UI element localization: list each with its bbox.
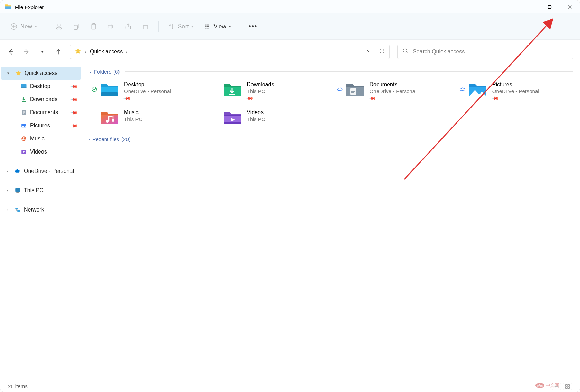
navigation-pane[interactable]: ▾ Quick access Desktop 📌 Downloads 📌 bbox=[0, 64, 82, 381]
tree-onedrive[interactable]: › OneDrive - Personal bbox=[0, 165, 82, 178]
forward-button[interactable] bbox=[22, 48, 31, 56]
share-icon bbox=[124, 23, 132, 30]
folder-location: OneDrive - Personal bbox=[492, 88, 539, 94]
watermark: php 中文网 bbox=[535, 382, 559, 389]
pin-icon: 📌 bbox=[246, 94, 254, 102]
separator bbox=[46, 21, 46, 32]
folder-documents[interactable]: Documents OneDrive - Personal 📌 bbox=[334, 79, 450, 103]
cloud-sync-icon bbox=[459, 86, 466, 92]
thumbnails-view-button[interactable] bbox=[563, 383, 572, 390]
chevron-down-icon[interactable]: ▾ bbox=[7, 71, 12, 76]
recent-dropdown[interactable]: ▾ bbox=[38, 48, 47, 56]
folder-videos[interactable]: Videos This PC bbox=[211, 107, 327, 127]
tree-network[interactable]: › Network bbox=[0, 203, 82, 216]
search-box[interactable] bbox=[397, 45, 573, 59]
tree-label: Desktop bbox=[30, 83, 50, 89]
chevron-right-icon[interactable]: › bbox=[7, 188, 11, 193]
watermark-text: 中文网 bbox=[546, 382, 559, 389]
titlebar[interactable]: File Explorer bbox=[0, 0, 580, 13]
minimize-button[interactable] bbox=[520, 0, 540, 13]
tree-downloads[interactable]: Downloads 📌 bbox=[0, 93, 82, 106]
tree-videos[interactable]: Videos bbox=[0, 145, 82, 158]
desktop-icon bbox=[20, 83, 27, 90]
tree-label: Videos bbox=[30, 149, 47, 155]
section-label: Recent files bbox=[92, 136, 119, 142]
tree-music[interactable]: Music bbox=[0, 132, 82, 145]
tree-quick-access[interactable]: ▾ Quick access bbox=[1, 67, 81, 80]
tree-documents[interactable]: Documents 📌 bbox=[0, 106, 82, 119]
item-count: 26 items bbox=[8, 383, 28, 389]
pin-icon: 📌 bbox=[70, 96, 78, 103]
chevron-right-icon[interactable]: › bbox=[7, 169, 11, 173]
new-button[interactable]: New ▾ bbox=[7, 21, 40, 32]
address-dropdown[interactable] bbox=[366, 48, 371, 55]
svg-rect-49 bbox=[16, 192, 19, 193]
more-button[interactable]: ••• bbox=[246, 21, 260, 32]
content-pane[interactable]: ⌄ Folders (6) Desktop OneDrive - Persona… bbox=[82, 64, 580, 381]
view-button[interactable]: View ▾ bbox=[200, 21, 235, 32]
pin-icon: 📌 bbox=[70, 109, 78, 116]
svg-point-25 bbox=[205, 26, 206, 27]
svg-rect-2 bbox=[5, 6, 11, 9]
svg-point-31 bbox=[403, 49, 407, 52]
section-count: (6) bbox=[113, 69, 120, 75]
rename-button[interactable] bbox=[104, 21, 118, 32]
svg-rect-64 bbox=[101, 115, 118, 124]
music-icon bbox=[20, 135, 27, 142]
svg-rect-21 bbox=[144, 25, 147, 29]
section-count: (20) bbox=[121, 136, 131, 142]
monitor-icon bbox=[14, 187, 21, 194]
documents-folder-icon bbox=[345, 81, 365, 97]
address-bar[interactable]: › Quick access › bbox=[70, 45, 390, 59]
svg-rect-68 bbox=[224, 115, 241, 116]
pin-icon: 📌 bbox=[70, 122, 78, 129]
tree-this-pc[interactable]: › This PC bbox=[0, 184, 82, 197]
folder-desktop[interactable]: Desktop OneDrive - Personal 📌 bbox=[89, 79, 205, 103]
recent-section-header[interactable]: › Recent files (20) bbox=[89, 136, 573, 142]
plus-circle-icon bbox=[10, 23, 18, 30]
window-title: File Explorer bbox=[15, 4, 44, 10]
chevron-right-icon[interactable]: › bbox=[89, 137, 90, 141]
chevron-right-icon[interactable]: › bbox=[85, 49, 86, 54]
chevron-down-icon[interactable]: ⌄ bbox=[89, 69, 92, 74]
tree-desktop[interactable]: Desktop 📌 bbox=[0, 80, 82, 93]
svg-rect-15 bbox=[74, 25, 77, 29]
folders-section-header[interactable]: ⌄ Folders (6) bbox=[89, 69, 573, 75]
folder-music[interactable]: Music This PC bbox=[89, 107, 205, 127]
tree-label: Music bbox=[30, 136, 45, 142]
tree-pictures[interactable]: Pictures 📌 bbox=[0, 119, 82, 132]
svg-rect-51 bbox=[17, 210, 20, 212]
file-explorer-window: File Explorer New ▾ Sort ▾ View ▾ bbox=[0, 0, 580, 392]
svg-rect-35 bbox=[21, 87, 27, 88]
refresh-button[interactable] bbox=[379, 48, 385, 56]
sort-button[interactable]: Sort ▾ bbox=[164, 21, 197, 32]
network-icon bbox=[14, 206, 21, 213]
folder-location: This PC bbox=[247, 88, 274, 94]
paste-button[interactable] bbox=[86, 21, 101, 32]
share-button[interactable] bbox=[121, 21, 135, 32]
address-segment[interactable]: Quick access bbox=[90, 49, 123, 55]
folder-downloads[interactable]: Downloads This PC 📌 bbox=[211, 79, 327, 103]
chevron-right-icon[interactable]: › bbox=[126, 49, 127, 54]
tree-label: This PC bbox=[24, 187, 44, 194]
svg-rect-69 bbox=[224, 122, 241, 124]
separator bbox=[158, 21, 159, 32]
sort-icon bbox=[168, 23, 175, 30]
chevron-right-icon[interactable]: › bbox=[7, 208, 11, 212]
back-button[interactable] bbox=[7, 48, 15, 56]
svg-rect-77 bbox=[568, 386, 569, 388]
videos-icon bbox=[20, 148, 27, 155]
chevron-down-icon: ▾ bbox=[35, 24, 37, 29]
svg-point-24 bbox=[205, 24, 206, 25]
ellipsis-icon: ••• bbox=[249, 23, 257, 30]
svg-point-26 bbox=[205, 28, 206, 28]
cut-button[interactable] bbox=[52, 21, 66, 32]
close-button[interactable] bbox=[560, 0, 580, 13]
copy-button[interactable] bbox=[69, 21, 84, 32]
up-button[interactable] bbox=[54, 48, 63, 56]
maximize-button[interactable] bbox=[540, 0, 560, 13]
delete-button[interactable] bbox=[138, 21, 153, 32]
search-input[interactable] bbox=[413, 49, 568, 55]
folder-pictures[interactable]: Pictures OneDrive - Personal 📌 bbox=[457, 79, 573, 103]
svg-rect-76 bbox=[566, 386, 567, 388]
